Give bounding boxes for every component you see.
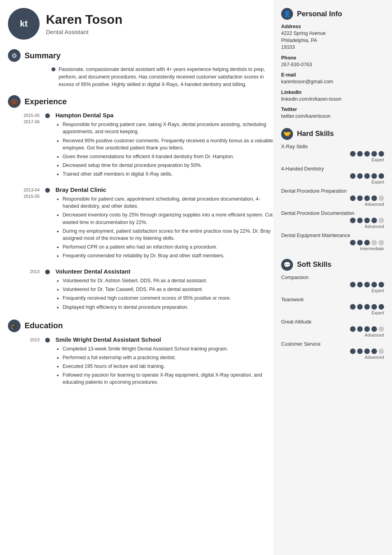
- skill-dots-row: [350, 282, 384, 287]
- skill-item: X-Ray SkillsExpert: [281, 144, 384, 162]
- skill-dot-empty: [379, 348, 384, 354]
- skill-bar-wrapper: Expert: [281, 282, 384, 293]
- phone-field: Phone 267-630-0763: [281, 55, 384, 69]
- skill-bar-wrapper: Advanced: [281, 348, 384, 360]
- hard-skills-section: 🤝 Hard Skills X-Ray SkillsExpert4-Handed…: [281, 128, 384, 251]
- skill-dot-filled: [357, 151, 363, 157]
- skill-name: Dental Procedure Documentation: [281, 211, 384, 216]
- edu-content: Smile Wright Dental Assistant SchoolComp…: [51, 336, 273, 388]
- hard-skills-header: 🤝 Hard Skills: [281, 128, 384, 140]
- skill-dot-filled: [364, 218, 370, 223]
- skill-dot-filled: [379, 173, 384, 179]
- summary-content: Passionate, compassionate dental assista…: [8, 66, 273, 88]
- header-text: Karen Toson Dental Assistant: [46, 12, 122, 35]
- skill-dots: [350, 218, 384, 223]
- skill-level: Advanced: [365, 224, 384, 229]
- list-item: During my employment, patient satisfacti…: [63, 228, 273, 242]
- skill-bar-wrapper: Advanced: [281, 218, 384, 229]
- skill-level: Advanced: [365, 333, 384, 337]
- timeline-dot: [45, 270, 50, 274]
- skill-bar-wrapper: Expert: [281, 304, 384, 315]
- skill-dot-filled: [357, 195, 363, 201]
- timeline-dot: [45, 188, 50, 193]
- soft-skills-list: CompassionExpertTeamworkExpertGreat Atti…: [281, 275, 384, 360]
- timeline-dot-col: [44, 336, 51, 343]
- skill-dot-filled: [379, 282, 384, 287]
- skill-dots-row: [350, 304, 384, 310]
- experience-job: 2013Volunteer Dental AssistantVolunteere…: [12, 268, 273, 312]
- candidate-name: Karen Toson: [46, 12, 122, 27]
- summary-text-col: Passionate, compassionate dental assista…: [51, 66, 273, 88]
- skill-dots-row: [350, 173, 384, 179]
- skill-bar-wrapper: Intermediate: [281, 240, 384, 251]
- skill-dot-filled: [350, 282, 356, 287]
- company-name: Bray Dental Clinic: [55, 186, 273, 193]
- list-item: Responsible for providing patient care, …: [63, 121, 273, 135]
- skill-item: 4-Handed DentistryExpert: [281, 166, 384, 184]
- email-field: E-mail karentoson@gmail.com: [281, 72, 384, 86]
- summary-title: Summary: [25, 51, 61, 60]
- skill-dots-row: [350, 348, 384, 354]
- skill-dot-filled: [371, 195, 377, 201]
- skill-dot-empty: [379, 240, 384, 245]
- skill-item: Great AttitudeAdvanced: [281, 319, 384, 337]
- linkedin-field: LinkedIn linkedin.com/in/karen-toson: [281, 90, 384, 103]
- skill-dots: [350, 326, 384, 332]
- skill-dots: [350, 173, 384, 179]
- skill-dots: [350, 240, 384, 245]
- timeline-dot: [45, 113, 50, 118]
- skill-level: Expert: [371, 288, 384, 293]
- skill-dot-filled: [350, 348, 356, 354]
- list-item: Volunteered for Dr. Ashton Siebert, DDS,…: [63, 277, 273, 284]
- skill-name: Teamwork: [281, 297, 384, 302]
- edu-bullets: Completed 13-week Smile Wright Dental As…: [55, 345, 273, 386]
- skill-name: Dental Procedure Preparation: [281, 188, 384, 194]
- skill-bar-wrapper: Expert: [281, 173, 384, 184]
- skill-name: Dental Equipment Maintenance: [281, 233, 384, 238]
- education-title: Education: [25, 321, 63, 330]
- skill-dot-filled: [357, 348, 363, 354]
- skill-dot-filled: [364, 326, 370, 332]
- address-label: Address: [281, 24, 384, 29]
- company-name: Hampton Dental Spa: [55, 112, 273, 119]
- skill-bar-wrapper: Advanced: [281, 326, 384, 337]
- skill-dot-filled: [357, 240, 363, 245]
- skill-name: Compassion: [281, 275, 384, 280]
- phone-label: Phone: [281, 55, 384, 61]
- skill-name: Customer Service: [281, 341, 384, 347]
- hard-skills-list: X-Ray SkillsExpert4-Handed DentistryExpe…: [281, 144, 384, 251]
- linkedin-value: linkedin.com/in/karen-toson: [281, 96, 384, 103]
- education-icon: 🎓: [8, 320, 21, 332]
- skill-dot-filled: [364, 173, 370, 179]
- skill-dot-filled: [350, 240, 356, 245]
- resume-container: kt Karen Toson Dental Assistant ⚙ Summar…: [0, 0, 392, 555]
- skill-dot-filled: [357, 173, 363, 179]
- skill-dot-filled: [357, 218, 363, 223]
- summary-bullet-dot: [51, 67, 55, 71]
- skill-level: Intermediate: [360, 246, 384, 251]
- resume-header: kt Karen Toson Dental Assistant: [8, 8, 273, 40]
- experience-timeline: 2015-05 2017-06Hampton Dental SpaRespons…: [8, 112, 273, 312]
- skill-dots-row: [350, 326, 384, 332]
- skill-item: CompassionExpert: [281, 275, 384, 293]
- skill-dot-filled: [379, 151, 384, 157]
- skill-dot-filled: [371, 173, 377, 179]
- list-item: Completed 13-week Smile Wright Dental As…: [63, 345, 273, 352]
- skill-dots-row: [350, 218, 384, 223]
- skill-dot-filled: [350, 195, 356, 201]
- experience-title: Experience: [25, 97, 67, 106]
- education-header: 🎓 Education: [8, 320, 273, 332]
- job-bullets: Responsible for providing patient care, …: [55, 121, 273, 178]
- skill-dots: [350, 304, 384, 310]
- hard-skills-title: Hard Skills: [297, 130, 334, 138]
- personal-info-header: 👤 Personal Info: [281, 8, 384, 20]
- list-item: Received 95% positive customer comments.…: [63, 137, 273, 151]
- experience-job: 2013-04 2015-05Bray Dental ClinicRespons…: [12, 186, 273, 261]
- personal-info-section: 👤 Personal Info Address 4222 Spring Aven…: [281, 8, 384, 120]
- skill-dots: [350, 151, 384, 157]
- skill-dots-row: [350, 195, 384, 201]
- skill-bar-wrapper: Advanced: [281, 195, 384, 207]
- twitter-label: Twitter: [281, 107, 384, 112]
- edu-date: 2013: [12, 336, 44, 343]
- timeline-dot-col: [44, 112, 51, 118]
